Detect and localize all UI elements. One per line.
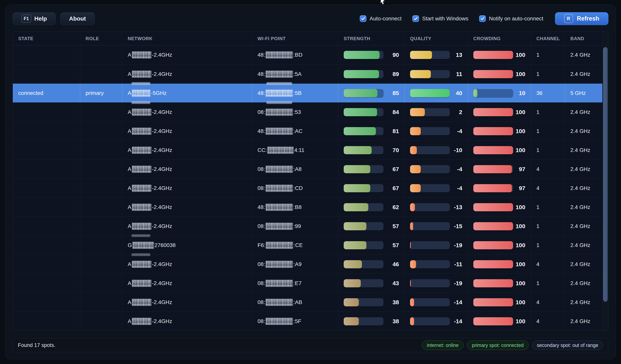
table-row[interactable]: A-2.4GHz48::B862-1310012.4 GHz	[13, 197, 608, 217]
checkbox-notify-on-auto-connect[interactable]: Notify on auto-connect	[479, 15, 543, 22]
table-row[interactable]: A-2.4GHz08::9957-1510012.4 GHz	[13, 217, 608, 236]
quality-bar	[410, 317, 450, 325]
role-cell	[80, 217, 122, 236]
network-suffix: -2.4GHz	[152, 128, 172, 134]
network-suffix: -2.4GHz	[152, 318, 172, 324]
state-cell	[13, 312, 80, 330]
network-suffix: -2.4GHz	[152, 109, 172, 115]
crowding-cell: 100	[468, 236, 531, 255]
network-redacted	[132, 147, 151, 154]
quality-cell: -10	[405, 141, 468, 159]
wifi-point-redacted	[266, 128, 293, 135]
quality-bar	[410, 127, 450, 135]
table-row[interactable]: A-2.4GHz48::BD901310012.4 GHz	[13, 45, 608, 64]
network-redacted	[132, 299, 151, 306]
strength-value: 57	[383, 223, 399, 229]
state-cell	[13, 45, 80, 64]
table-row[interactable]: A-2.4GHzCC:4:1170-1010012.4 GHz	[13, 140, 608, 159]
band-text: 2.4 GHz	[570, 242, 590, 248]
crowding-cell: 100	[468, 141, 531, 159]
quality-bar	[410, 146, 450, 154]
strength-bar	[344, 89, 383, 97]
network: A-2.4GHz	[122, 198, 252, 217]
crowding-value: 100	[513, 128, 525, 135]
wifi-point-prefix: 08:	[258, 185, 265, 191]
network: A-2.4GHz	[122, 255, 252, 274]
strength-cell: 38	[338, 293, 405, 312]
strength-cell: 57	[338, 217, 405, 236]
about-button[interactable]: About	[60, 12, 95, 25]
crowding-cell: 100	[468, 65, 531, 84]
strength-cell: 81	[338, 122, 405, 140]
status-badge-primary-spot: primary spot: connected	[467, 341, 528, 350]
band-cell: 2.4 GHz	[565, 160, 608, 178]
network-redacted	[132, 204, 151, 211]
vertical-scrollbar-thumb[interactable]	[603, 47, 608, 302]
checkbox-auto-connect[interactable]: Auto-connect	[360, 15, 401, 22]
crowding-cell: 100	[468, 312, 531, 330]
network: A-2.4GHz	[122, 45, 252, 64]
crowding-bar	[473, 279, 513, 287]
wifi-point: F6::CE	[252, 236, 338, 255]
table-row[interactable]: G2760038F6::CE57-1910012.4 GHz	[13, 236, 608, 255]
table-row[interactable]: A-2.4GHz08::5384210012.4 GHz	[13, 103, 608, 121]
checkbox-start-with-windows[interactable]: Start with Windows	[412, 15, 468, 22]
wifi-point: 48::BD	[252, 45, 338, 64]
table-row[interactable]: A-2.4GHz48::5A891110012.4 GHz	[13, 64, 608, 84]
table-row[interactable]: A-2.4GHz08::E743-1910012.4 GHz	[13, 274, 608, 293]
state-cell	[13, 179, 80, 197]
wifi-point-redacted	[266, 52, 293, 58]
strength-value: 70	[383, 147, 399, 154]
r-key-badge: R	[564, 14, 573, 23]
wifi-point-redacted	[266, 71, 293, 78]
wifi-point-suffix: :AB	[293, 299, 302, 305]
strength-cell: 38	[338, 312, 405, 330]
column-header-band: BAND	[565, 32, 608, 45]
band-text: 2.4 GHz	[570, 128, 590, 134]
crowding-cell: 10	[468, 84, 531, 103]
network-redacted	[132, 223, 151, 230]
band-text: 2.4 GHz	[570, 223, 590, 229]
role-cell	[80, 103, 122, 121]
band-text: 2.4 GHz	[570, 166, 590, 172]
quality-cell: -4	[405, 122, 468, 140]
table-row[interactable]: A-2.4GHz08::CD67-49742.4 GHz	[13, 178, 608, 197]
table-row[interactable]: A-2.4GHz08::A867-49742.4 GHz	[13, 159, 608, 178]
strength-cell: 67	[338, 179, 405, 197]
wifi-point-prefix: 48:	[258, 71, 265, 77]
strength-bar-fill	[344, 222, 366, 230]
crowding-value: 100	[513, 242, 525, 249]
table-row[interactable]: A-2.4GHz08::A946-1110042.4 GHz	[13, 255, 608, 274]
table-row[interactable]: connectedprimaryA-5GHz48::5B854010365 GH…	[13, 84, 608, 103]
band-cell: 2.4 GHz	[565, 122, 608, 140]
table-row[interactable]: A-2.4GHz48::AC81-410012.4 GHz	[13, 121, 608, 140]
strength-bar-fill	[344, 241, 366, 249]
strength-bar-fill	[344, 70, 379, 78]
band-text: 2.4 GHz	[570, 109, 590, 115]
state-cell	[13, 217, 80, 236]
help-button[interactable]: F1 Help	[13, 12, 56, 25]
role-text: primary	[86, 90, 104, 96]
wifi-point-suffix: :BD	[293, 52, 303, 58]
table-row[interactable]: A-2.4GHz08::AB38-1410042.4 GHz	[13, 293, 608, 312]
vertical-scrollbar-track[interactable]	[602, 32, 608, 330]
network-redacted	[132, 261, 151, 268]
channel-cell: 1	[531, 65, 565, 84]
quality-value: 2	[450, 109, 462, 115]
strength-bar-fill	[344, 260, 362, 268]
table-row[interactable]: A-2.4GHz08::5F38-1410042.4 GHz	[13, 312, 608, 330]
band-cell: 2.4 GHz	[565, 179, 608, 197]
refresh-button[interactable]: R Refresh	[555, 12, 608, 25]
column-header-channel: CHANNEL	[531, 32, 565, 45]
crowding-value: 97	[513, 166, 525, 173]
crowding-cell: 97	[468, 179, 531, 197]
quality-value: -15	[450, 223, 462, 229]
strength-bar	[344, 203, 383, 211]
state-cell: connected	[13, 84, 80, 103]
wifi-point-suffix: :5B	[293, 90, 302, 96]
strength-cell: 62	[338, 198, 405, 217]
wifi-point-suffix: :53	[293, 109, 301, 115]
wifi-point-prefix: 48:	[258, 90, 265, 96]
strength-bar-fill	[344, 108, 377, 116]
crowding-bar	[473, 108, 513, 116]
